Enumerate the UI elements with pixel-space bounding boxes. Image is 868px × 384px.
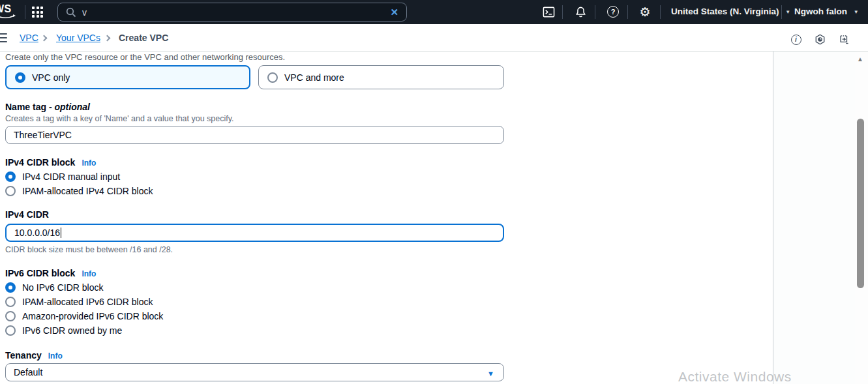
create-vpc-form: Create only the VPC resource or the VPC … — [0, 52, 773, 384]
radio-unselected-icon — [5, 186, 16, 196]
breadcrumb-current-page: Create VPC — [119, 33, 168, 43]
name-tag-label: Name tag - optional — [5, 102, 90, 112]
topbar-divider — [627, 5, 628, 19]
ipv4-cidr-block-header: IPv4 CIDR blockInfo — [5, 156, 96, 168]
region-selector[interactable]: United States (N. Virginia) ▼ — [671, 7, 790, 16]
radio-selected-icon — [5, 171, 16, 182]
chevron-down-icon: ▼ — [854, 9, 859, 15]
panel-divider — [773, 52, 773, 384]
text-cursor — [61, 228, 61, 238]
hamburger-menu-icon[interactable] — [0, 33, 7, 44]
tile-vpc-only[interactable]: VPC only — [5, 65, 250, 89]
search-clear-icon[interactable]: ✕ — [390, 7, 398, 18]
settings-gear-icon[interactable]: ⚙ — [638, 5, 651, 18]
radio-unselected-icon — [267, 72, 278, 83]
info-panel-icon[interactable]: i — [790, 34, 801, 45]
aws-logo[interactable]: WS — [0, 4, 16, 20]
account-menu[interactable]: Ngwoh falon ▼ — [794, 7, 859, 16]
radio-selected-icon — [5, 282, 16, 293]
radio-unselected-icon — [5, 297, 16, 307]
topbar-divider — [781, 5, 782, 19]
topbar-divider — [595, 5, 595, 19]
scrollbar-track[interactable]: ▲ — [855, 52, 868, 384]
ipv6-cidr-block-header: IPv6 CIDR blockInfo — [5, 267, 96, 279]
notifications-bell-icon[interactable] — [574, 5, 587, 18]
scrollbar-up-arrow-icon[interactable]: ▲ — [857, 55, 863, 63]
tenancy-selected-value: Default — [14, 367, 42, 377]
radio-no-ipv6[interactable]: No IPv6 CIDR block — [5, 282, 103, 293]
resources-to-create-description: Create only the VPC resource or the VPC … — [5, 52, 285, 62]
ipv4-cidr-block-info-link[interactable]: Info — [82, 158, 96, 168]
cloudshell-icon[interactable] — [542, 5, 555, 18]
ipv4-cidr-input[interactable]: 10.0.0.0/16 — [5, 224, 504, 242]
radio-selected-icon — [15, 72, 25, 83]
account-name-label: Ngwoh falon — [794, 7, 847, 16]
ipv6-cidr-block-info-link[interactable]: Info — [82, 269, 96, 278]
search-input[interactable]: v — [82, 7, 390, 18]
open-side-panel-icon[interactable] — [839, 34, 850, 45]
ipv4-cidr-label: IPv4 CIDR — [5, 209, 49, 220]
region-label: United States (N. Virginia) — [671, 7, 779, 16]
breadcrumb-chevron-icon — [104, 35, 111, 42]
tenancy-info-link[interactable]: Info — [48, 351, 63, 361]
breadcrumb-link-vpc[interactable]: VPC — [20, 33, 38, 43]
select-caret-down-icon: ▼ — [487, 370, 494, 377]
activate-windows-watermark: Activate Windows — [678, 369, 792, 384]
name-tag-input[interactable]: ThreeTierVPC — [5, 126, 504, 144]
search-icon — [66, 7, 76, 18]
radio-ipam-allocated-ipv4[interactable]: IPAM-allocated IPv4 CIDR block — [5, 186, 153, 196]
name-tag-description: Creates a tag with a key of 'Name' and a… — [5, 114, 234, 123]
aws-logo-text: WS — [0, 3, 12, 14]
support-hexagon-icon[interactable] — [815, 34, 826, 45]
tenancy-header: TenancyInfo — [5, 349, 63, 361]
ipv4-cidr-value: 10.0.0.0/16 — [14, 228, 60, 238]
help-panel-collapsed — [773, 52, 868, 384]
ipv4-cidr-constraint: CIDR block size must be between /16 and … — [5, 245, 173, 254]
tile-label: VPC and more — [284, 72, 344, 83]
chevron-down-icon: ▼ — [785, 9, 790, 15]
radio-ipam-allocated-ipv6[interactable]: IPAM-allocated IPv6 CIDR block — [5, 297, 153, 307]
radio-amazon-provided-ipv6[interactable]: Amazon-provided IPv6 CIDR block — [5, 311, 163, 321]
breadcrumb-link-your-vpcs[interactable]: Your VPCs — [56, 33, 100, 43]
aws-logo-smile-icon — [0, 14, 16, 20]
tile-vpc-and-more[interactable]: VPC and more — [258, 65, 504, 89]
console-top-bar: WS v ✕ — [0, 0, 868, 24]
radio-ipv4-manual-input[interactable]: IPv4 CIDR manual input — [5, 171, 120, 182]
console-search-box[interactable]: v ✕ — [57, 3, 407, 22]
radio-unselected-icon — [5, 325, 16, 336]
topbar-divider — [562, 5, 563, 19]
help-icon[interactable]: ? — [606, 5, 620, 18]
name-tag-value: ThreeTierVPC — [14, 130, 72, 140]
scrollbar-thumb[interactable] — [857, 119, 864, 288]
topbar-divider — [25, 5, 25, 19]
radio-unselected-icon — [5, 311, 16, 321]
breadcrumb-chevron-icon — [41, 35, 48, 42]
tile-label: VPC only — [32, 72, 70, 83]
breadcrumb-bar: VPC Your VPCs Create VPC i — [0, 24, 868, 52]
services-menu-icon[interactable] — [32, 7, 44, 19]
aws-console-create-vpc-page: WS v ✕ — [0, 0, 868, 384]
radio-ipv6-owned-by-me[interactable]: IPv6 CIDR owned by me — [5, 325, 122, 336]
tenancy-select[interactable]: Default ▼ — [5, 363, 504, 381]
topbar-divider — [660, 5, 661, 19]
